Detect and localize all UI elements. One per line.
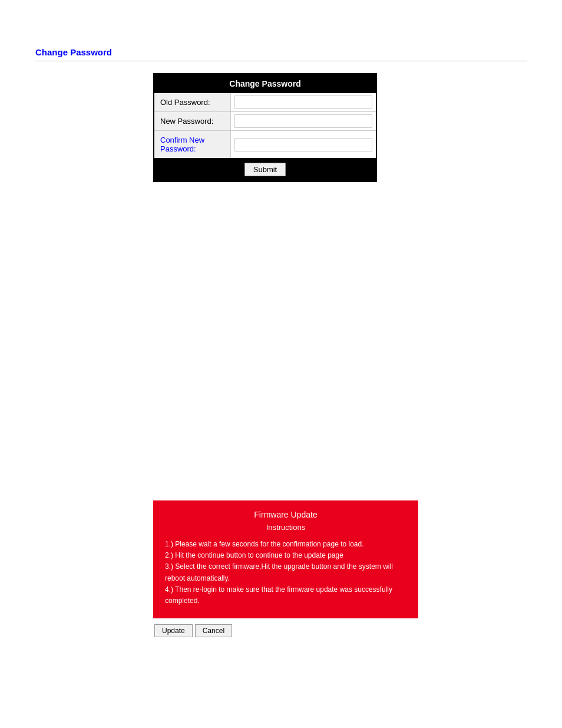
firmware-instructions: 1.) Please wait a few seconds for the co… xyxy=(165,539,406,607)
old-password-row: Old Password: xyxy=(154,93,376,112)
firmware-update-section: Firmware Update Instructions 1.) Please … xyxy=(153,500,418,637)
firmware-box: Firmware Update Instructions 1.) Please … xyxy=(153,500,418,618)
new-password-label: New Password: xyxy=(154,112,231,130)
old-password-label: Old Password: xyxy=(154,93,231,111)
form-footer: Submit xyxy=(154,158,376,181)
form-body: Old Password: New Password: Confirm New … xyxy=(154,93,376,158)
firmware-buttons: Update Cancel xyxy=(154,624,418,637)
confirm-password-input[interactable] xyxy=(234,138,372,151)
firmware-instruction-3: 3.) Select the correct firmware,Hit the … xyxy=(165,561,406,584)
change-password-section: Change Password Change Password Old Pass… xyxy=(35,47,527,182)
old-password-input-cell xyxy=(231,93,376,111)
firmware-title: Firmware Update xyxy=(165,510,406,519)
submit-button[interactable]: Submit xyxy=(244,163,286,176)
confirm-password-label: Confirm New Password: xyxy=(154,131,231,158)
new-password-input-cell xyxy=(231,112,376,130)
page-title: Change Password xyxy=(35,47,527,57)
firmware-instruction-2: 2.) Hit the continue button to continue … xyxy=(165,550,406,561)
new-password-input[interactable] xyxy=(234,114,372,128)
firmware-instruction-4: 4.) Then re-login to make sure that the … xyxy=(165,584,406,607)
change-password-form: Change Password Old Password: New Passwo… xyxy=(153,73,377,182)
form-header: Change Password xyxy=(154,74,376,93)
firmware-instruction-1: 1.) Please wait a few seconds for the co… xyxy=(165,539,406,550)
new-password-row: New Password: xyxy=(154,112,376,131)
cancel-button[interactable]: Cancel xyxy=(195,624,232,637)
confirm-password-input-cell xyxy=(231,136,376,154)
firmware-subtitle: Instructions xyxy=(165,523,406,532)
section-divider xyxy=(35,61,527,61)
update-button[interactable]: Update xyxy=(154,624,193,637)
confirm-password-row: Confirm New Password: xyxy=(154,131,376,158)
old-password-input[interactable] xyxy=(234,95,372,109)
